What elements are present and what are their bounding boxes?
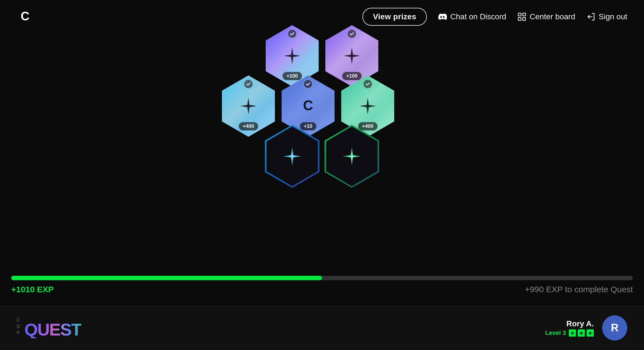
hex-4-logo: C bbox=[298, 96, 318, 116]
sign-out-icon bbox=[586, 12, 595, 21]
center-board-icon bbox=[517, 12, 526, 21]
header-right: View prizes Chat on Discord Center board… bbox=[362, 8, 627, 26]
user-info: Rory A. Level 3 bbox=[545, 319, 594, 337]
sign-out-label: Sign out bbox=[599, 12, 627, 21]
header: C View prizes Chat on Discord Center boa… bbox=[0, 0, 644, 33]
svg-rect-1 bbox=[518, 13, 521, 16]
sign-out-link[interactable]: Sign out bbox=[586, 12, 627, 21]
hex-3-star bbox=[239, 96, 258, 116]
hex-4-check bbox=[303, 79, 313, 89]
hex-2-star bbox=[342, 46, 362, 66]
svg-marker-8 bbox=[589, 331, 592, 335]
cdp-p: P bbox=[17, 330, 20, 336]
center-board-label: Center board bbox=[530, 12, 575, 21]
progress-bar-fill bbox=[11, 276, 322, 280]
discord-label: Chat on Discord bbox=[450, 12, 506, 21]
exp-gained: +1010 EXP bbox=[11, 285, 54, 294]
user-level-text: Level 3 bbox=[545, 329, 566, 337]
level-stars bbox=[569, 329, 594, 337]
progress-section: +1010 EXP +990 EXP to complete Quest bbox=[11, 276, 633, 294]
user-name: Rory A. bbox=[545, 319, 594, 328]
cdp-quest-logo: C D P QUEST bbox=[17, 317, 81, 338]
hex-6-star bbox=[281, 145, 303, 167]
svg-marker-6 bbox=[571, 331, 574, 335]
svg-rect-4 bbox=[523, 18, 526, 20]
svg-marker-7 bbox=[580, 331, 583, 335]
cdp-d: D bbox=[17, 324, 20, 330]
logo: C bbox=[17, 8, 33, 25]
view-prizes-button[interactable]: View prizes bbox=[362, 8, 427, 26]
level-star-3 bbox=[587, 329, 594, 337]
discord-link[interactable]: Chat on Discord bbox=[438, 12, 506, 21]
progress-labels: +1010 EXP +990 EXP to complete Quest bbox=[11, 285, 633, 294]
bottom-bar: C D P QUEST Rory A. Level 3 bbox=[0, 305, 644, 350]
hex-6-dark[interactable] bbox=[266, 126, 319, 187]
center-board-link[interactable]: Center board bbox=[517, 12, 575, 21]
hex-3-badge: +400 bbox=[239, 122, 258, 131]
exp-remaining: +990 EXP to complete Quest bbox=[525, 285, 633, 294]
discord-icon bbox=[438, 12, 447, 21]
hex-3-check bbox=[244, 79, 253, 89]
svg-text:C: C bbox=[303, 98, 313, 113]
hex-5-check bbox=[363, 79, 372, 89]
progress-bar-container bbox=[11, 276, 633, 280]
cdp-c: C bbox=[17, 317, 20, 323]
svg-text:C: C bbox=[21, 9, 30, 23]
bottom-right: Rory A. Level 3 R bbox=[545, 315, 627, 341]
user-level-row: Level 3 bbox=[545, 329, 594, 337]
quest-logo-text: QUEST bbox=[25, 321, 81, 338]
hex-5-star bbox=[358, 96, 377, 116]
level-star-1 bbox=[569, 329, 576, 337]
level-star-2 bbox=[578, 329, 585, 337]
hex-7-star bbox=[341, 145, 363, 167]
hex-board: +100 +100 bbox=[248, 25, 396, 187]
user-avatar: R bbox=[602, 315, 627, 341]
svg-rect-3 bbox=[518, 18, 521, 20]
hex-7-dark[interactable] bbox=[325, 126, 378, 187]
svg-rect-2 bbox=[523, 13, 526, 16]
hex-1-star bbox=[282, 46, 302, 66]
